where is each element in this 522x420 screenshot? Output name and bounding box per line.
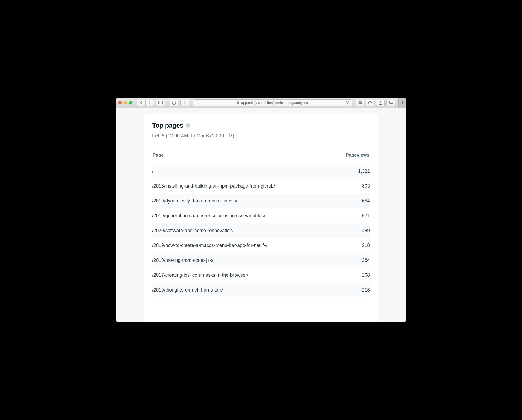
svg-rect-4 (237, 102, 239, 104)
divider (152, 144, 370, 144)
page-path: /2019/moving-from-ejs-to-jsx/ (152, 258, 213, 263)
extension-1password-button[interactable] (170, 100, 178, 106)
page-content: Top pages i Feb 5 (12:00 AM) to Mar 6 (1… (116, 108, 406, 322)
back-button[interactable] (137, 100, 145, 106)
table-row[interactable]: /2019/moving-from-ejs-to-jsx/284 (152, 253, 370, 268)
page-views: 1,321 (358, 168, 370, 174)
page-path: /2019/dynamically-darken-a-color-in-css/ (152, 198, 237, 204)
table-row[interactable]: /2017/creating-ios-icon-masks-in-the-bro… (152, 268, 370, 283)
page-views: 684 (362, 198, 370, 204)
page-path: /2019/thoughts-on-rich-harris-talk/ (152, 287, 223, 293)
col-views-header: Pageviews (346, 153, 369, 158)
table-row[interactable]: /2019/dynamically-darken-a-color-in-css/… (152, 194, 370, 208)
page-path: /2019/generating-shades-of-color-using-c… (152, 213, 265, 219)
table-row[interactable]: /1,321 (152, 164, 370, 179)
svg-rect-6 (389, 101, 393, 104)
page-views: 284 (362, 258, 370, 263)
new-tab-button[interactable]: + (398, 98, 406, 108)
lock-icon (237, 101, 240, 105)
downloads-button[interactable] (356, 100, 364, 106)
page-path: / (152, 168, 153, 174)
address-bar[interactable]: app.netlify.com/sites/jimniels-blog/anal… (193, 99, 352, 106)
table-header: Page Pageviews (152, 146, 370, 164)
url-text: app.netlify.com/sites/jimniels-blog/anal… (241, 101, 308, 105)
browser-toolbar: I app.netlify.com/sites/jimniels-blog/an… (116, 98, 406, 108)
page-views: 489 (362, 228, 370, 233)
svg-rect-0 (159, 101, 163, 104)
top-pages-card: Top pages i Feb 5 (12:00 AM) to Mar 6 (1… (144, 114, 378, 322)
table-row[interactable]: /2018/installing-and-building-an-npm-pac… (152, 179, 370, 194)
icloud-tabs-button[interactable] (366, 100, 374, 106)
page-views: 803 (362, 183, 370, 189)
page-path: /2017/creating-ios-icon-masks-in-the-bro… (152, 272, 248, 278)
page-views: 218 (362, 287, 370, 293)
info-icon[interactable]: i (186, 123, 190, 128)
page-views: 268 (362, 272, 370, 278)
page-path: /2019/how-to-create-a-macos-menu-bar-app… (152, 243, 267, 248)
page-views: 318 (362, 243, 370, 248)
show-tabs-button[interactable] (386, 100, 395, 106)
table-body: /1,321 /2018/installing-and-building-an-… (152, 164, 370, 297)
table-row[interactable]: /2020/software-and-home-rennovation/489 (152, 223, 370, 238)
page-path: /2020/software-and-home-rennovation/ (152, 228, 234, 233)
table-row[interactable]: /2019/generating-shades-of-color-using-c… (152, 208, 370, 223)
traffic-lights (118, 101, 132, 104)
close-window-button[interactable] (118, 101, 122, 104)
col-page-header: Page (153, 153, 164, 158)
browser-window: I app.netlify.com/sites/jimniels-blog/an… (116, 98, 406, 322)
share-button[interactable] (376, 100, 385, 106)
table-row[interactable]: /2019/thoughts-on-rich-harris-talk/218 (152, 283, 370, 297)
page-path: /2018/installing-and-building-an-npm-pac… (152, 183, 275, 189)
extension-instapaper-button[interactable]: I (180, 100, 189, 106)
maximize-window-button[interactable] (129, 101, 132, 104)
date-range-text: Feb 5 (12:00 AM) to Mar 6 (10:00 PM) (152, 133, 370, 139)
card-title: Top pages (152, 122, 183, 129)
svg-rect-3 (174, 102, 174, 104)
page-views: 671 (362, 213, 370, 219)
table-row[interactable]: /2019/how-to-create-a-macos-menu-bar-app… (152, 238, 370, 253)
forward-button[interactable] (145, 100, 154, 106)
sidebar-toggle-button[interactable] (156, 100, 165, 106)
reload-button[interactable] (346, 100, 349, 105)
minimize-window-button[interactable] (124, 101, 127, 104)
